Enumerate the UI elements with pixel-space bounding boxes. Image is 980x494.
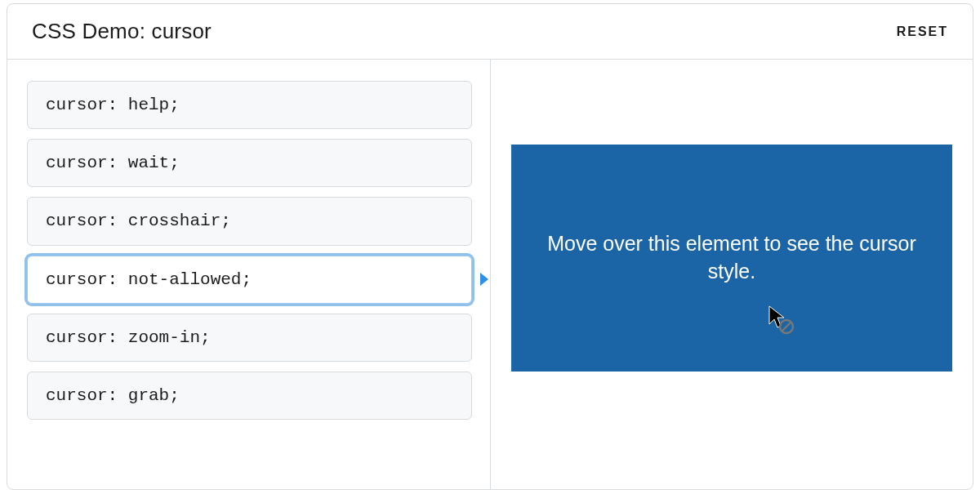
reset-button[interactable]: RESET [897,24,948,39]
body: cursor: help;cursor: wait;cursor: crossh… [7,60,973,489]
cursor-option[interactable]: cursor: crosshair; [27,197,472,245]
option-row: cursor: not-allowed; [27,256,472,304]
demo-frame: CSS Demo: cursor RESET cursor: help;curs… [7,3,973,490]
cursor-option[interactable]: cursor: zoom-in; [27,314,472,362]
options-panel: cursor: help;cursor: wait;cursor: crossh… [7,60,491,489]
svg-line-1 [782,323,791,332]
cursor-option[interactable]: cursor: grab; [27,372,472,420]
not-allowed-cursor-icon [768,305,795,343]
option-row: cursor: grab; [27,372,472,420]
preview-panel: Move over this element to see the cursor… [491,60,973,489]
cursor-option[interactable]: cursor: wait; [27,139,472,187]
header: CSS Demo: cursor RESET [7,4,973,60]
selected-indicator-icon [480,273,488,286]
svg-point-0 [780,320,793,333]
cursor-option[interactable]: cursor: not-allowed; [27,256,472,304]
page-title: CSS Demo: cursor [32,19,212,44]
option-row: cursor: zoom-in; [27,314,472,362]
cursor-demo-area[interactable]: Move over this element to see the cursor… [511,145,952,372]
option-row: cursor: wait; [27,139,472,187]
option-row: cursor: crosshair; [27,197,472,245]
option-row: cursor: help; [27,81,472,129]
demo-text: Move over this element to see the cursor… [528,230,936,286]
cursor-option[interactable]: cursor: help; [27,81,472,129]
